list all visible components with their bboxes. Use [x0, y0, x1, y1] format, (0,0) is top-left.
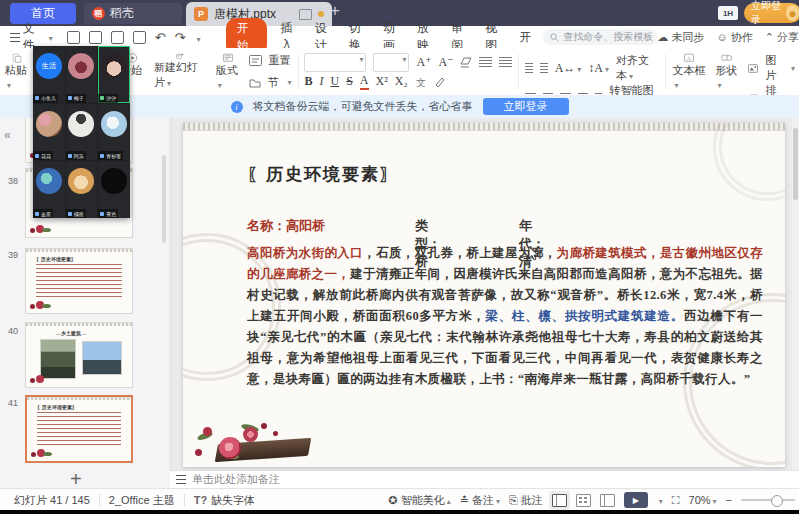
reading-view-button[interactable]: [600, 494, 615, 507]
participant-cell[interactable]: 青衫客: [98, 104, 130, 161]
login-button[interactable]: 立即登录 ☻: [744, 3, 799, 23]
watermark-ring: [713, 123, 785, 201]
notes-bar[interactable]: 单击此处添加备注: [170, 470, 799, 488]
participant-cell[interactable]: 阿乐: [66, 104, 98, 161]
redo-icon[interactable]: ↷: [175, 30, 186, 45]
clear-format-icon[interactable]: [460, 57, 472, 68]
char-spacing-button[interactable]: A↔: [555, 61, 582, 76]
line-spacing-button[interactable]: ↕A: [588, 61, 609, 76]
decrease-font-button[interactable]: A⁻: [438, 55, 453, 70]
highlight-pen-icon[interactable]: [434, 76, 446, 88]
slide-body-text[interactable]: 高阳桥为水街的入口，石质，双孔券，桥上建屋为廊，为廊桥建筑模式，是古徽州地区仅存…: [247, 243, 763, 390]
theme-name[interactable]: 2_Office 主题: [109, 493, 175, 508]
paste-button[interactable]: 粘贴: [0, 48, 34, 95]
comment-button[interactable]: ⎘ 批注: [509, 493, 543, 508]
bold-button[interactable]: B: [304, 74, 312, 89]
reset-icon: [249, 55, 262, 66]
zoom-level[interactable]: 70%: [689, 494, 717, 506]
panel-scrollbar[interactable]: [162, 155, 166, 243]
picture-label: 图片: [765, 53, 782, 83]
layout-icon: [219, 53, 237, 63]
titlebar-widget-icon[interactable]: 1H: [718, 6, 738, 20]
layout-label: 版式: [216, 64, 238, 76]
slide-fields[interactable]: 名称：高阳桥 类型：桥 年代：清: [247, 217, 325, 235]
play-options-icon[interactable]: [657, 494, 663, 506]
indent-increase-icon[interactable]: [540, 63, 548, 74]
slide-thumbnail-40[interactable]: …乡土建筑…: [25, 322, 133, 388]
underline-button[interactable]: U: [330, 74, 339, 89]
participant-cell[interactable]: 橘座: [66, 161, 98, 218]
slide-canvas[interactable]: 〖历史环境要素〗 名称：高阳桥 类型：桥 年代：清 高阳桥为水街的入口，石质，双…: [183, 123, 785, 467]
canvas-scrollbar-thumb[interactable]: [793, 128, 798, 200]
collab-button[interactable]: ☺ 协作: [716, 30, 752, 45]
layout-button[interactable]: 版式: [211, 48, 245, 95]
video-meeting-overlay[interactable]: 生活 小鱼儿 梅子 汐汐 花花 阿乐 青衫客 蓝星 橘座: [33, 46, 130, 218]
missing-font-warning[interactable]: 缺失字体: [211, 493, 255, 508]
body-segment: 梁、柱、檩、拱按明式建筑建造。: [486, 309, 684, 323]
subscript-button[interactable]: X₂: [395, 74, 408, 89]
new-slide-label: 新建幻灯片: [154, 61, 198, 88]
participant-icon: [100, 96, 104, 100]
participant-cell[interactable]: 花花: [33, 104, 65, 161]
text-effect-icon[interactable]: 文: [415, 76, 427, 88]
participant-cell[interactable]: 梅子: [66, 46, 98, 103]
indent-decrease-icon[interactable]: [525, 63, 533, 74]
section-button[interactable]: 节: [249, 75, 292, 90]
sync-label: 未同步: [671, 31, 704, 43]
bullet-list-icon[interactable]: [479, 57, 492, 68]
slide-thumbnail-41-selected[interactable]: 〖历史环境要素〗: [25, 395, 133, 463]
command-search-input[interactable]: 查找命令、搜索模板: [543, 29, 657, 45]
superscript-button[interactable]: X²: [376, 74, 388, 89]
textbox-button[interactable]: A 文本框: [667, 48, 710, 95]
reset-button[interactable]: 重置: [249, 53, 292, 68]
sync-status[interactable]: ☁ 未同步: [657, 30, 704, 45]
banner-login-button[interactable]: 立即登录: [483, 98, 569, 115]
normal-view-button[interactable]: [552, 494, 567, 507]
font-size-combo[interactable]: [373, 53, 409, 72]
participant-cell[interactable]: 生活 小鱼儿: [33, 46, 65, 103]
avatar: [68, 168, 94, 194]
shape-button[interactable]: 形状: [711, 48, 745, 95]
paste-icon: [9, 53, 25, 63]
new-slide-button[interactable]: 新建幻灯片: [149, 48, 211, 95]
beautify-button[interactable]: ✪ 智能美化: [388, 493, 450, 508]
picture-button[interactable]: 图片: [748, 53, 795, 83]
increase-font-button[interactable]: A⁺: [416, 55, 431, 70]
tab-dev-truncated[interactable]: 开: [519, 29, 531, 46]
participant-cell[interactable]: 蓝星: [33, 161, 65, 218]
fit-slide-icon[interactable]: ⛶: [672, 494, 680, 507]
zoom-slider-handle[interactable]: [771, 495, 783, 507]
font-name-combo[interactable]: [304, 53, 366, 72]
field-name-label: 名称：: [247, 218, 286, 233]
participant-cell[interactable]: 夜色: [98, 161, 130, 218]
new-slide-icon: [170, 53, 190, 60]
undo-icon[interactable]: ↶: [155, 30, 166, 45]
slideshow-play-button[interactable]: ▶: [624, 492, 648, 508]
notes-icon: [176, 475, 186, 484]
zoom-slider[interactable]: [741, 499, 795, 501]
share-button[interactable]: ⌃ 分享: [765, 30, 799, 45]
notes-toggle-button[interactable]: ≛ 备注: [460, 493, 500, 508]
slide-title[interactable]: 〖历史环境要素〗: [247, 163, 399, 186]
textbox-icon: A: [680, 53, 698, 63]
docer-icon: 稻: [92, 7, 105, 20]
preview-icon[interactable]: [133, 31, 146, 44]
tab-docer[interactable]: 稻 稻壳: [84, 3, 182, 24]
chevron-down-icon: [47, 30, 53, 44]
participant-icon: [100, 154, 104, 158]
zoom-out-button[interactable]: −: [726, 494, 732, 506]
participant-icon: [100, 212, 104, 216]
participant-cell-speaking[interactable]: 汐汐: [98, 46, 130, 103]
strikethrough-button[interactable]: S: [346, 74, 353, 89]
save-icon[interactable]: [67, 31, 80, 44]
panel-collapse-button[interactable]: «: [4, 128, 11, 142]
numbered-list-icon[interactable]: [499, 57, 512, 68]
slide-sorter-view-button[interactable]: [576, 494, 591, 507]
align-text-button[interactable]: 对齐文本: [616, 53, 659, 83]
export-icon[interactable]: [89, 31, 102, 44]
customize-toolbar-icon[interactable]: [194, 30, 200, 45]
slide-thumbnail-39[interactable]: 〖历史环境要素〗: [25, 248, 133, 314]
italic-button[interactable]: I: [319, 74, 323, 89]
print-icon[interactable]: [111, 31, 124, 44]
font-color-button[interactable]: A: [360, 73, 369, 90]
